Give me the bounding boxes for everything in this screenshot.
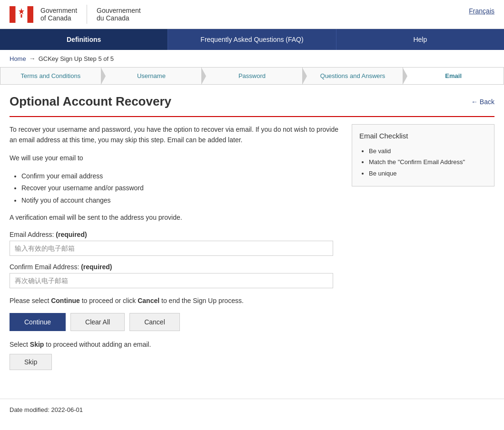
skip-button[interactable]: Skip xyxy=(10,354,52,370)
checklist-item-2: Match the "Confirm Email Address" xyxy=(369,156,487,167)
will-use-label: We will use your email to xyxy=(10,153,342,163)
use-item-3: Notify you of account changes xyxy=(21,195,342,206)
langue-link[interactable]: Français xyxy=(469,7,494,15)
continue-button[interactable]: Continue xyxy=(10,313,66,331)
header-divider xyxy=(87,5,87,24)
breadcrumb-arrow: → xyxy=(29,55,36,62)
gov-fra: Gouvernement du Canada xyxy=(97,7,141,22)
button-row: Continue Clear All Cancel xyxy=(10,313,342,331)
checklist-item-3: Be unique xyxy=(369,168,487,179)
clear-all-button[interactable]: Clear All xyxy=(70,313,125,331)
confirm-email-label: Confirm Email Address: (required) xyxy=(10,263,342,271)
intro-paragraph: To recover your username and password, y… xyxy=(10,124,342,146)
nav-tabs: Definitions Frequently Asked Questions (… xyxy=(0,29,504,50)
step-password: Password xyxy=(202,68,303,84)
email-checklist-sidebar: Email Checklist Be valid Match the "Conf… xyxy=(352,124,494,186)
tab-definitions[interactable]: Definitions xyxy=(0,29,168,50)
checklist-item-1: Be valid xyxy=(369,146,487,156)
tab-help[interactable]: Help xyxy=(336,29,504,50)
verify-text: A verification email will be sent to the… xyxy=(10,214,342,221)
red-divider xyxy=(10,116,494,117)
use-item-1: Confirm your email address xyxy=(21,170,342,182)
svg-rect-4 xyxy=(21,14,22,18)
canada-flag xyxy=(10,6,33,23)
confirm-email-input[interactable] xyxy=(10,273,333,288)
date-modified-label: Date modified: xyxy=(10,406,49,413)
top-header: Government of Canada Gouvernement du Can… xyxy=(0,0,504,29)
step-terms: Terms and Conditions xyxy=(0,68,101,84)
page-header-row: Optional Account Recovery ← Back xyxy=(10,94,494,109)
breadcrumb-home[interactable]: Home xyxy=(10,55,26,62)
svg-rect-2 xyxy=(28,6,34,23)
skip-text: Select Skip to proceed without adding an… xyxy=(10,341,342,348)
tab-faq[interactable]: Frequently Asked Questions (FAQ) xyxy=(168,29,336,50)
cancel-button[interactable]: Cancel xyxy=(129,313,180,331)
gov-eng: Government of Canada xyxy=(40,7,77,22)
date-modified-value: 2022-06-01 xyxy=(51,406,83,413)
step-username: Username xyxy=(101,68,202,84)
email-label: Email Address: (required) xyxy=(10,231,342,238)
back-link[interactable]: ← Back xyxy=(471,98,494,106)
main-content: Optional Account Recovery ← Back To reco… xyxy=(0,94,504,380)
confirm-email-form-group: Confirm Email Address: (required) xyxy=(10,263,342,288)
step-questions: Questions and Answers xyxy=(303,68,404,84)
footer: Date modified: 2022-06-01 xyxy=(0,399,504,420)
use-list: Confirm your email address Recover your … xyxy=(21,170,342,206)
gov-fra-text: Gouvernement du Canada xyxy=(97,7,141,22)
breadcrumb-current: GCKey Sign Up Step 5 of 5 xyxy=(39,55,114,62)
email-input[interactable] xyxy=(10,241,333,256)
gov-title: Government of Canada xyxy=(40,7,77,22)
svg-rect-1 xyxy=(10,6,16,23)
breadcrumb: Home → GCKey Sign Up Step 5 of 5 xyxy=(0,50,504,67)
content-main: To recover your username and password, y… xyxy=(10,124,342,370)
email-form-group: Email Address: (required) xyxy=(10,231,342,256)
checklist-title: Email Checklist xyxy=(359,132,487,140)
checklist-list: Be valid Match the "Confirm Email Addres… xyxy=(359,146,487,179)
content-layout: To recover your username and password, y… xyxy=(10,124,494,370)
use-item-2: Recover your username and/or password xyxy=(21,182,342,194)
instruction-text: Please select Continue to proceed or cli… xyxy=(10,295,342,306)
step-email: Email xyxy=(403,68,504,84)
page-title: Optional Account Recovery xyxy=(10,94,171,109)
steps-bar: Terms and Conditions Username Password Q… xyxy=(0,67,504,85)
